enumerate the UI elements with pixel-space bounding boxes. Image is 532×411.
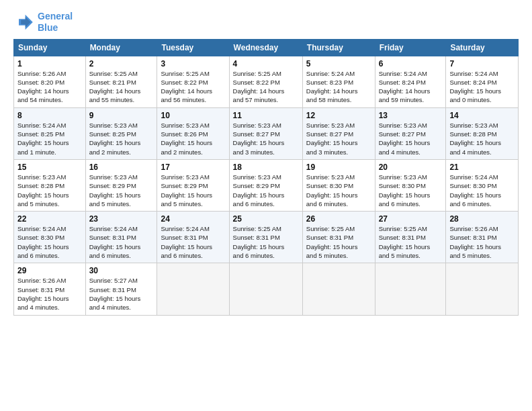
day-info: Sunrise: 5:23 AM Sunset: 8:25 PM Dayligh… <box>89 121 154 156</box>
calendar-cell <box>375 263 446 315</box>
weekday-cell: Tuesday <box>157 39 229 56</box>
day-info: Sunrise: 5:23 AM Sunset: 8:29 PM Dayligh… <box>233 173 299 208</box>
day-number: 21 <box>449 163 515 172</box>
day-number: 5 <box>306 59 371 68</box>
day-info: Sunrise: 5:27 AM Sunset: 8:31 PM Dayligh… <box>89 276 154 312</box>
day-info: Sunrise: 5:23 AM Sunset: 8:30 PM Dayligh… <box>379 173 443 208</box>
calendar-cell: 7Sunrise: 5:24 AM Sunset: 8:24 PM Daylig… <box>446 56 519 107</box>
day-number: 3 <box>161 59 225 68</box>
day-info: Sunrise: 5:24 AM Sunset: 8:24 PM Dayligh… <box>379 69 443 105</box>
day-info: Sunrise: 5:23 AM Sunset: 8:27 PM Dayligh… <box>233 121 299 156</box>
calendar-cell: 15Sunrise: 5:23 AM Sunset: 8:28 PM Dayli… <box>14 159 86 211</box>
day-info: Sunrise: 5:24 AM Sunset: 8:31 PM Dayligh… <box>89 224 154 260</box>
calendar-cell: 25Sunrise: 5:25 AM Sunset: 8:31 PM Dayli… <box>229 212 302 263</box>
weekday-cell: Friday <box>375 39 446 56</box>
day-info: Sunrise: 5:23 AM Sunset: 8:29 PM Dayligh… <box>161 173 225 208</box>
calendar-cell: 29Sunrise: 5:26 AM Sunset: 8:31 PM Dayli… <box>14 263 86 315</box>
day-info: Sunrise: 5:23 AM Sunset: 8:26 PM Dayligh… <box>161 121 225 156</box>
weekday-header: SundayMondayTuesdayWednesdayThursdayFrid… <box>14 39 519 56</box>
day-number: 28 <box>449 214 515 224</box>
day-number: 2 <box>89 59 154 68</box>
day-number: 22 <box>17 214 82 224</box>
day-number: 14 <box>449 111 515 120</box>
day-number: 4 <box>233 59 299 68</box>
calendar-cell: 11Sunrise: 5:23 AM Sunset: 8:27 PM Dayli… <box>229 107 302 159</box>
day-info: Sunrise: 5:23 AM Sunset: 8:30 PM Dayligh… <box>306 173 371 208</box>
day-info: Sunrise: 5:23 AM Sunset: 8:27 PM Dayligh… <box>379 121 443 156</box>
calendar-week: 8Sunrise: 5:24 AM Sunset: 8:25 PM Daylig… <box>14 107 519 159</box>
calendar-cell: 28Sunrise: 5:26 AM Sunset: 8:31 PM Dayli… <box>446 212 519 263</box>
calendar-cell: 18Sunrise: 5:23 AM Sunset: 8:29 PM Dayli… <box>229 159 302 211</box>
day-info: Sunrise: 5:23 AM Sunset: 8:28 PM Dayligh… <box>449 121 515 156</box>
day-number: 30 <box>89 266 154 275</box>
day-info: Sunrise: 5:23 AM Sunset: 8:29 PM Dayligh… <box>89 173 154 208</box>
day-info: Sunrise: 5:26 AM Sunset: 8:20 PM Dayligh… <box>17 69 82 105</box>
day-number: 7 <box>449 59 515 68</box>
day-number: 11 <box>233 111 299 120</box>
day-number: 6 <box>379 59 443 68</box>
day-number: 20 <box>379 163 443 172</box>
calendar-cell: 13Sunrise: 5:23 AM Sunset: 8:27 PM Dayli… <box>375 107 446 159</box>
day-info: Sunrise: 5:25 AM Sunset: 8:31 PM Dayligh… <box>379 224 443 260</box>
day-number: 15 <box>17 163 82 172</box>
day-number: 18 <box>233 163 299 172</box>
calendar-cell: 8Sunrise: 5:24 AM Sunset: 8:25 PM Daylig… <box>14 107 86 159</box>
day-info: Sunrise: 5:24 AM Sunset: 8:25 PM Dayligh… <box>17 121 82 156</box>
calendar-cell: 3Sunrise: 5:25 AM Sunset: 8:22 PM Daylig… <box>157 56 229 107</box>
calendar-cell: 30Sunrise: 5:27 AM Sunset: 8:31 PM Dayli… <box>85 263 157 315</box>
weekday-cell: Monday <box>85 39 157 56</box>
calendar-cell: 22Sunrise: 5:24 AM Sunset: 8:30 PM Dayli… <box>14 212 86 263</box>
weekday-cell: Saturday <box>446 39 519 56</box>
calendar-cell: 5Sunrise: 5:24 AM Sunset: 8:23 PM Daylig… <box>302 56 375 107</box>
calendar-cell: 27Sunrise: 5:25 AM Sunset: 8:31 PM Dayli… <box>375 212 446 263</box>
calendar-cell: 21Sunrise: 5:24 AM Sunset: 8:30 PM Dayli… <box>446 159 519 211</box>
day-info: Sunrise: 5:23 AM Sunset: 8:28 PM Dayligh… <box>17 173 82 208</box>
day-info: Sunrise: 5:24 AM Sunset: 8:24 PM Dayligh… <box>449 69 515 105</box>
day-info: Sunrise: 5:25 AM Sunset: 8:22 PM Dayligh… <box>233 69 299 105</box>
weekday-cell: Thursday <box>302 39 375 56</box>
calendar-cell: 19Sunrise: 5:23 AM Sunset: 8:30 PM Dayli… <box>302 159 375 211</box>
logo-text: General Blue <box>38 11 73 34</box>
calendar-week: 1Sunrise: 5:26 AM Sunset: 8:20 PM Daylig… <box>14 56 519 107</box>
calendar-cell: 17Sunrise: 5:23 AM Sunset: 8:29 PM Dayli… <box>157 159 229 211</box>
day-info: Sunrise: 5:26 AM Sunset: 8:31 PM Dayligh… <box>17 276 82 312</box>
day-number: 24 <box>161 214 225 224</box>
calendar-week: 29Sunrise: 5:26 AM Sunset: 8:31 PM Dayli… <box>14 263 519 315</box>
day-info: Sunrise: 5:24 AM Sunset: 8:30 PM Dayligh… <box>17 224 82 260</box>
day-info: Sunrise: 5:24 AM Sunset: 8:30 PM Dayligh… <box>449 173 515 208</box>
day-info: Sunrise: 5:25 AM Sunset: 8:22 PM Dayligh… <box>161 69 225 105</box>
calendar-cell: 26Sunrise: 5:25 AM Sunset: 8:31 PM Dayli… <box>302 212 375 263</box>
calendar-cell: 24Sunrise: 5:24 AM Sunset: 8:31 PM Dayli… <box>157 212 229 263</box>
day-number: 17 <box>161 163 225 172</box>
day-info: Sunrise: 5:24 AM Sunset: 8:23 PM Dayligh… <box>306 69 371 105</box>
calendar-cell: 23Sunrise: 5:24 AM Sunset: 8:31 PM Dayli… <box>85 212 157 263</box>
day-info: Sunrise: 5:25 AM Sunset: 8:31 PM Dayligh… <box>306 224 371 260</box>
day-number: 8 <box>17 111 82 120</box>
calendar-cell: 20Sunrise: 5:23 AM Sunset: 8:30 PM Dayli… <box>375 159 446 211</box>
day-number: 19 <box>306 163 371 172</box>
day-info: Sunrise: 5:23 AM Sunset: 8:27 PM Dayligh… <box>306 121 371 156</box>
calendar-cell: 10Sunrise: 5:23 AM Sunset: 8:26 PM Dayli… <box>157 107 229 159</box>
day-number: 29 <box>17 266 82 275</box>
header: General Blue <box>13 11 519 34</box>
day-info: Sunrise: 5:25 AM Sunset: 8:31 PM Dayligh… <box>233 224 299 260</box>
calendar-cell <box>157 263 229 315</box>
day-number: 23 <box>89 214 154 224</box>
logo-icon <box>13 11 35 33</box>
logo: General Blue <box>13 11 73 34</box>
day-number: 27 <box>379 214 443 224</box>
calendar-week: 15Sunrise: 5:23 AM Sunset: 8:28 PM Dayli… <box>14 159 519 211</box>
calendar-cell: 4Sunrise: 5:25 AM Sunset: 8:22 PM Daylig… <box>229 56 302 107</box>
calendar-cell <box>446 263 519 315</box>
calendar-cell: 6Sunrise: 5:24 AM Sunset: 8:24 PM Daylig… <box>375 56 446 107</box>
day-number: 16 <box>89 163 154 172</box>
calendar-cell: 12Sunrise: 5:23 AM Sunset: 8:27 PM Dayli… <box>302 107 375 159</box>
day-number: 25 <box>233 214 299 224</box>
calendar-cell: 2Sunrise: 5:25 AM Sunset: 8:21 PM Daylig… <box>85 56 157 107</box>
weekday-cell: Wednesday <box>229 39 302 56</box>
day-number: 10 <box>161 111 225 120</box>
day-number: 1 <box>17 59 82 68</box>
calendar-week: 22Sunrise: 5:24 AM Sunset: 8:30 PM Dayli… <box>14 212 519 263</box>
day-number: 9 <box>89 111 154 120</box>
calendar-cell: 9Sunrise: 5:23 AM Sunset: 8:25 PM Daylig… <box>85 107 157 159</box>
